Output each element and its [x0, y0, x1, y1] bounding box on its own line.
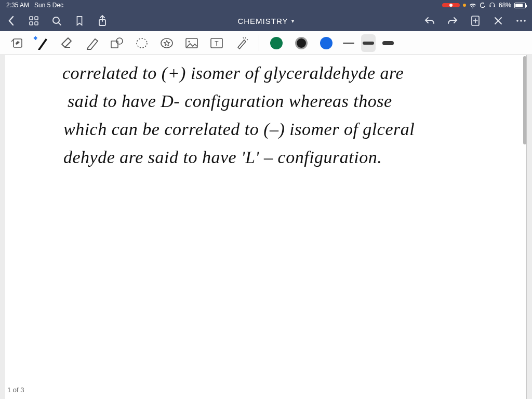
bluetooth-icon: ✱ [33, 35, 37, 41]
svg-point-13 [137, 38, 147, 48]
more-button[interactable] [515, 15, 527, 26]
color-blue[interactable] [316, 34, 336, 52]
thumbnails-button[interactable] [28, 15, 39, 26]
pen-tool[interactable]: ✱ [32, 34, 52, 52]
tool-strip: ✱ T [0, 31, 532, 55]
favorites-tool[interactable] [157, 34, 177, 52]
battery-icon [514, 3, 526, 8]
close-button[interactable] [493, 15, 504, 26]
svg-rect-0 [30, 17, 33, 20]
canvas-area[interactable]: correlated to (+) isomer of glyceraldehy… [0, 55, 532, 399]
status-date: Sun 5 Dec [34, 2, 63, 9]
svg-point-7 [516, 20, 518, 22]
laser-pointer-tool[interactable] [232, 34, 251, 52]
ipad-status-bar: 2:35 AM Sun 5 Dec 68% [0, 0, 532, 10]
svg-rect-2 [30, 22, 33, 25]
handwriting-line-3: which can be correlated to (–) isomer of… [63, 121, 415, 138]
battery-percent: 68% [499, 2, 511, 9]
svg-text:T: T [215, 40, 219, 47]
scrollbar-thumb[interactable] [523, 56, 526, 144]
svg-point-16 [188, 41, 190, 42]
app-title-bar: CHEMISTRY ▾ [0, 10, 532, 31]
stroke-thick[interactable] [381, 34, 395, 52]
undo-button[interactable] [424, 15, 435, 26]
page-counter: 1 of 3 [7, 386, 24, 394]
color-black-selected[interactable] [291, 34, 311, 52]
tool-divider [259, 35, 259, 51]
handwriting-line-4: dehyde are said to have 'L' – configurat… [63, 149, 382, 166]
screen-record-indicator[interactable] [442, 3, 460, 7]
svg-rect-3 [35, 22, 38, 25]
chevron-down-icon: ▾ [291, 18, 295, 24]
svg-point-8 [520, 20, 522, 22]
textbox-tool[interactable]: T [207, 34, 227, 52]
color-green[interactable] [267, 34, 286, 52]
status-time: 2:35 AM [6, 2, 29, 9]
image-tool[interactable] [182, 34, 202, 52]
stroke-medium-selected[interactable] [361, 34, 376, 52]
highlighter-tool[interactable] [82, 34, 102, 52]
read-mode-tool[interactable] [7, 34, 27, 52]
eraser-tool[interactable] [57, 34, 77, 52]
handwriting-line-2: said to have D- configuration whereas th… [68, 92, 392, 110]
document-title-text: CHEMISTRY [237, 17, 288, 25]
document-title[interactable]: CHEMISTRY ▾ [108, 17, 424, 25]
handwriting-line-1: correlated to (+) isomer of glyceraldehy… [62, 64, 404, 82]
search-button[interactable] [51, 15, 62, 26]
headphones-icon [489, 2, 496, 8]
back-button[interactable] [5, 15, 17, 26]
lasso-tool[interactable] [132, 34, 152, 52]
stroke-thin[interactable] [341, 34, 356, 52]
rotation-lock-icon [480, 2, 486, 8]
note-page[interactable]: correlated to (+) isomer of glyceraldehy… [5, 55, 527, 399]
svg-point-4 [53, 17, 59, 23]
svg-rect-1 [35, 17, 38, 20]
location-indicator-icon [463, 4, 466, 7]
redo-button[interactable] [447, 15, 458, 26]
svg-point-9 [524, 20, 526, 22]
share-button[interactable] [97, 15, 108, 26]
wifi-icon [469, 3, 476, 8]
shapes-tool[interactable] [107, 34, 127, 52]
bookmark-button[interactable] [74, 15, 85, 26]
add-page-button[interactable] [470, 15, 481, 26]
